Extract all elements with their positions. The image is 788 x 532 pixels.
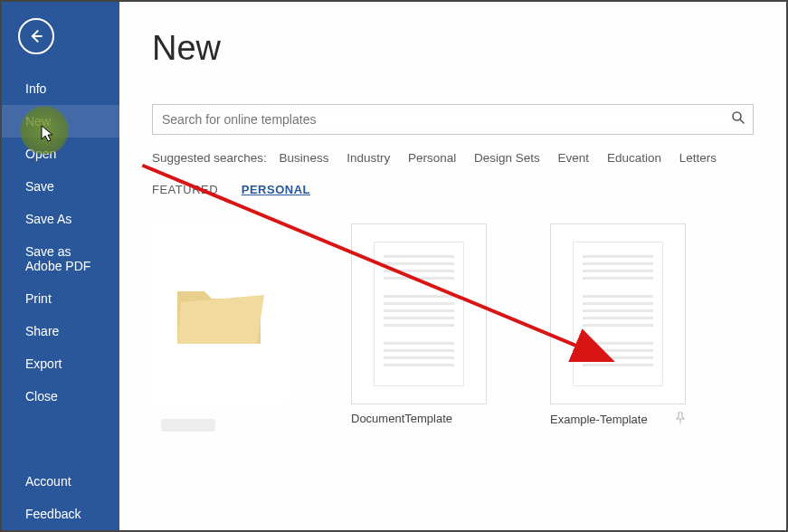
search-row [152,104,754,135]
sidebar-item-account[interactable]: Account [2,465,119,498]
doc-preview-icon [573,242,663,386]
suggested-link-business[interactable]: Business [280,151,329,165]
tile-label: DocumentTemplate [351,412,487,425]
back-button[interactable] [18,18,54,54]
folder-icon [170,273,270,355]
backstage-window: Info New Open Save Save As Save as Adobe… [0,0,788,532]
suggested-label: Suggested searches: [152,151,267,165]
suggested-link-letters[interactable]: Letters [679,151,717,165]
document-thumbnail [550,223,686,404]
sidebar-item-new[interactable]: New [2,105,119,138]
template-tile-documenttemplate[interactable]: DocumentTemplate [351,223,487,425]
sidebar-item-info[interactable]: Info [2,72,119,105]
suggested-link-event[interactable]: Event [558,151,590,165]
template-tile-example-template[interactable]: Example-Template [550,223,686,427]
sidebar-item-close[interactable]: Close [2,380,119,413]
tab-featured[interactable]: FEATURED [152,183,218,196]
sidebar-item-save-as-adobe-pdf[interactable]: Save as Adobe PDF [2,235,119,282]
folder-shadow [161,419,215,432]
doc-preview-icon [374,242,464,386]
sidebar: Info New Open Save Save As Save as Adobe… [2,2,119,530]
main-panel: New Suggested searches: Business Industr… [119,2,786,530]
search-icon[interactable] [731,110,745,128]
sidebar-item-share[interactable]: Share [2,315,119,347]
tab-personal[interactable]: PERSONAL [242,183,310,196]
template-tile-folder[interactable] [152,223,288,412]
sidebar-item-open[interactable]: Open [2,138,119,170]
suggested-link-design-sets[interactable]: Design Sets [474,151,540,165]
pin-icon[interactable] [675,412,686,427]
page-title: New [152,29,754,68]
back-arrow-icon [27,27,45,45]
suggested-link-education[interactable]: Education [607,151,661,165]
document-thumbnail [351,223,487,404]
template-gallery: DocumentTemplate Example-Template [152,223,754,427]
folder-thumbnail [152,223,288,404]
suggested-link-industry[interactable]: Industry [347,151,390,165]
tile-label: Example-Template [550,412,686,427]
suggested-link-personal[interactable]: Personal [408,151,456,165]
sidebar-item-save-as[interactable]: Save As [2,203,119,235]
sidebar-item-export[interactable]: Export [2,347,119,380]
search-input[interactable] [162,112,731,127]
sidebar-item-save[interactable]: Save [2,170,119,203]
sidebar-item-print[interactable]: Print [2,282,119,315]
svg-line-2 [740,119,744,123]
sidebar-item-feedback[interactable]: Feedback [2,498,119,530]
suggested-searches: Suggested searches: Business Industry Pe… [152,151,754,165]
template-tabs: FEATURED PERSONAL [152,183,754,196]
